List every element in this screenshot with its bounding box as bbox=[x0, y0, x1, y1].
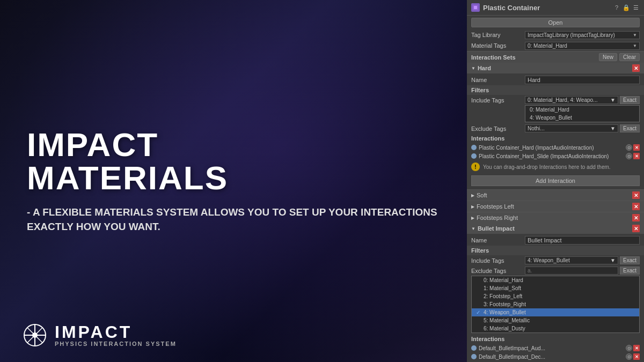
bullet-interaction-1: Default_BulletImpact_Aud... ⊙ ✕ bbox=[467, 344, 644, 352]
footsteps-right-title-group: ▶ Footsteps Right bbox=[471, 215, 518, 221]
hard-include-label: Include Tags bbox=[471, 97, 525, 104]
exclude-opt-2[interactable]: 2: Footstep_Left bbox=[472, 292, 639, 300]
interaction-dot-2 bbox=[471, 153, 477, 159]
open-button[interactable]: Open bbox=[471, 18, 640, 27]
hard-name-row: Name bbox=[467, 75, 644, 85]
interaction-2-icons: ⊙ ✕ bbox=[626, 153, 640, 159]
hard-include-dropdown[interactable]: 0: Material_Hard, 4: Weapo... ▼ bbox=[525, 96, 618, 104]
bullet-exclude-dropdown[interactable] bbox=[525, 267, 618, 275]
hard-exclude-label: Exclude Tags bbox=[471, 125, 525, 132]
include-tags-popup: 0: Material_Hard 4: Weapon_Bullet bbox=[525, 105, 640, 122]
hard-interaction-2: Plastic Container_Hard_Slide (ImpactAudi… bbox=[467, 152, 644, 160]
menu-icon[interactable]: ☰ bbox=[632, 4, 640, 11]
main-title: IMPACT MATERIALS bbox=[27, 128, 440, 195]
hard-exclude-tags-row: Exclude Tags Nothi... ▼ Exact bbox=[467, 123, 644, 134]
interaction-2-remove[interactable]: ✕ bbox=[633, 153, 640, 159]
interaction-sets-buttons: New Clear bbox=[599, 53, 640, 61]
impact-logo-icon bbox=[21, 322, 48, 349]
bullet-interaction-1-icons: ⊙ ✕ bbox=[626, 345, 640, 351]
hard-include-tags-row: Include Tags 0: Material_Hard, 4: Weapo.… bbox=[467, 95, 644, 105]
logo-text-group: IMPACT PHYSICS INTERACTION SYSTEM bbox=[55, 323, 177, 347]
svg-rect-7 bbox=[474, 6, 477, 9]
footsteps-right-arrow: ▶ bbox=[471, 216, 474, 220]
hard-warning-text: You can drag-and-drop Interactions here … bbox=[483, 164, 611, 170]
logo-subtitle-text: PHYSICS INTERACTION SYSTEM bbox=[55, 341, 177, 347]
bullet-dot-1 bbox=[471, 345, 477, 351]
bullet-impact-header[interactable]: ▼ Bullet Impact ✕ bbox=[467, 223, 644, 234]
soft-arrow: ▶ bbox=[471, 193, 474, 198]
bullet-name-input[interactable] bbox=[525, 236, 640, 245]
hard-section-header[interactable]: ▼ Hard ✕ bbox=[467, 63, 644, 73]
clear-button[interactable]: Clear bbox=[619, 53, 640, 61]
hard-add-interaction-btn[interactable]: Add Interaction bbox=[471, 175, 640, 186]
hard-remove-btn[interactable]: ✕ bbox=[632, 64, 640, 72]
footsteps-right-title: Footsteps Right bbox=[477, 215, 518, 221]
hard-interaction-1-name: Plastic Container_Hard (ImpactAudioInter… bbox=[479, 145, 624, 151]
bullet-remove-btn[interactable]: ✕ bbox=[632, 225, 640, 232]
tag-library-label: Tag Library bbox=[471, 32, 525, 38]
bullet-exclude-popup: 0: Material_Hard 1: Material_Soft 2: Foo… bbox=[471, 276, 640, 333]
hard-warning-box: ! You can drag-and-drop Interactions her… bbox=[467, 160, 644, 173]
hard-exclude-exact-btn[interactable]: Exact bbox=[620, 124, 640, 132]
bullet-interactions-label: Interactions bbox=[471, 336, 504, 342]
hard-interaction-1: Plastic Container_Hard (ImpactAudioInter… bbox=[467, 143, 644, 152]
bullet-interaction-1-settings[interactable]: ⊙ bbox=[626, 345, 632, 351]
soft-remove-btn[interactable]: ✕ bbox=[632, 191, 640, 199]
include-option-1[interactable]: 0: Material_Hard bbox=[525, 106, 639, 114]
bullet-interaction-2: Default_BulletImpact_Dec... ⊙ ✕ bbox=[467, 352, 644, 361]
interaction-2-settings[interactable]: ⊙ bbox=[626, 153, 632, 159]
bullet-interaction-2-remove[interactable]: ✕ bbox=[633, 353, 640, 360]
hard-name-input[interactable] bbox=[525, 76, 640, 84]
interaction-sets-label: Interaction Sets bbox=[471, 54, 516, 61]
hard-arrow: ▼ bbox=[471, 66, 475, 71]
bullet-exclude-search[interactable] bbox=[528, 268, 616, 274]
soft-title: Soft bbox=[477, 192, 487, 198]
footsteps-left-header[interactable]: ▶ Footsteps Left ✕ bbox=[467, 201, 644, 212]
tag-library-row: Tag Library ImpactTagLibrary (ImpactTagL… bbox=[467, 29, 644, 40]
interaction-1-remove[interactable]: ✕ bbox=[633, 144, 640, 151]
svg-point-5 bbox=[32, 333, 38, 338]
logo-impact-text: IMPACT bbox=[55, 323, 177, 341]
question-icon[interactable]: ? bbox=[613, 4, 620, 11]
left-panel: IMPACT MATERIALS - A FLEXIBLE MATERIALS … bbox=[0, 0, 467, 362]
soft-section-header[interactable]: ▶ Soft ✕ bbox=[467, 189, 644, 201]
new-button[interactable]: New bbox=[599, 53, 617, 61]
bullet-include-exact-btn[interactable]: Exact bbox=[620, 256, 640, 264]
hard-filters-label: Filters bbox=[471, 87, 489, 93]
bullet-exclude-row: Exclude Tags Exact bbox=[467, 265, 644, 276]
exclude-opt-5[interactable]: 5: Material_Metallic bbox=[472, 316, 639, 324]
hard-include-exact-btn[interactable]: Exact bbox=[620, 96, 640, 104]
footsteps-left-remove-btn[interactable]: ✕ bbox=[632, 203, 640, 210]
exclude-opt-1[interactable]: 1: Material_Soft bbox=[472, 284, 639, 292]
hard-filters-header: Filters bbox=[467, 85, 644, 95]
footsteps-left-title: Footsteps Left bbox=[477, 203, 514, 210]
exclude-opt-6[interactable]: 6: Material_Dusty bbox=[472, 324, 639, 333]
bullet-exclude-exact-btn[interactable]: Exact bbox=[620, 267, 640, 275]
bullet-interaction-1-name: Default_BulletImpact_Aud... bbox=[479, 345, 624, 351]
interaction-1-icons: ⊙ ✕ bbox=[626, 144, 640, 151]
exclude-opt-4[interactable]: ✓4: Weapon_Bullet bbox=[472, 308, 639, 316]
bullet-include-dropdown[interactable]: 4: Weapon_Bullet ▼ bbox=[525, 256, 618, 264]
hard-interactions-header: Interactions bbox=[467, 134, 644, 143]
hard-exclude-dropdown[interactable]: Nothi... ▼ bbox=[525, 124, 618, 132]
bullet-interaction-2-settings[interactable]: ⊙ bbox=[626, 353, 632, 360]
bullet-interaction-1-remove[interactable]: ✕ bbox=[633, 345, 640, 351]
exclude-opt-0[interactable]: 0: Material_Hard bbox=[472, 276, 639, 284]
bullet-interaction-2-name: Default_BulletImpact_Dec... bbox=[479, 354, 624, 360]
hard-content: Name Filters Include Tags 0: Material_Ha… bbox=[467, 73, 644, 189]
inspector-icon bbox=[471, 3, 480, 12]
bullet-include-label: Include Tags bbox=[471, 257, 525, 264]
footsteps-right-header[interactable]: ▶ Footsteps Right ✕ bbox=[467, 212, 644, 223]
lock-icon[interactable]: 🔒 bbox=[623, 4, 630, 11]
tag-library-value[interactable]: ImpactTagLibrary (ImpactTagLibrary) ▼ bbox=[525, 31, 640, 39]
footsteps-right-remove-btn[interactable]: ✕ bbox=[632, 214, 640, 221]
hard-warning-icon: ! bbox=[471, 162, 480, 171]
interaction-1-settings[interactable]: ⊙ bbox=[626, 144, 632, 151]
material-tags-dropdown[interactable]: 0: Material_Hard ▼ bbox=[525, 42, 640, 50]
exclude-opt-3[interactable]: 3: Footstep_Right bbox=[472, 300, 639, 308]
soft-title-group: ▶ Soft bbox=[471, 192, 487, 198]
subtitle: - A FLEXIBLE MATERIALS SYSTEM ALLOWS YOU… bbox=[27, 205, 440, 234]
include-option-2[interactable]: 4: Weapon_Bullet bbox=[525, 114, 639, 122]
bullet-name-row: Name bbox=[467, 235, 644, 246]
material-tags-row: Material Tags 0: Material_Hard ▼ bbox=[467, 40, 644, 51]
